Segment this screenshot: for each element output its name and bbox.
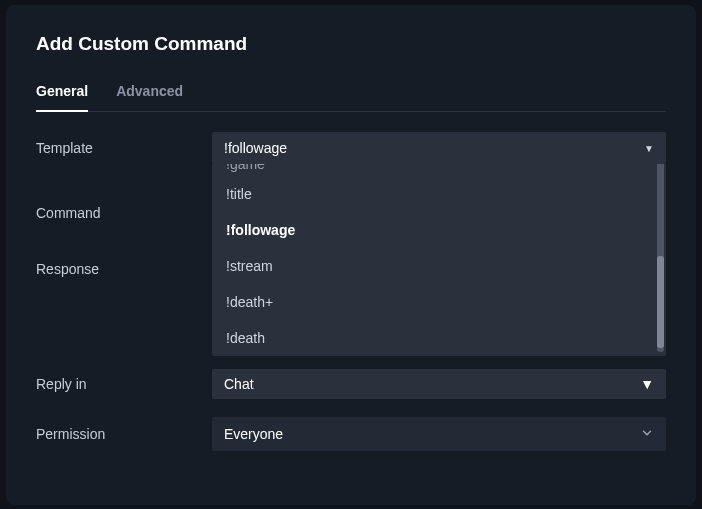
row-permission: Permission Everyone <box>36 417 666 451</box>
caret-down-icon: ▼ <box>640 376 654 392</box>
label-template: Template <box>36 132 212 156</box>
permission-select[interactable]: Everyone <box>212 417 666 451</box>
template-option-followage[interactable]: !followage <box>212 212 666 248</box>
row-reply-in: Reply in Chat ▼ <box>36 369 666 399</box>
tabs: General Advanced <box>36 83 666 112</box>
label-reply-in: Reply in <box>36 376 212 392</box>
template-option-stream[interactable]: !stream <box>212 248 666 284</box>
chevron-down-icon <box>640 426 654 443</box>
tab-general[interactable]: General <box>36 83 88 111</box>
label-permission: Permission <box>36 426 212 442</box>
permission-selected-value: Everyone <box>224 426 283 442</box>
template-selected-value: !followage <box>224 140 287 156</box>
label-response: Response <box>36 253 212 277</box>
reply-in-select[interactable]: Chat ▼ <box>212 369 666 399</box>
caret-down-icon: ▼ <box>644 143 654 154</box>
template-option-death[interactable]: !death <box>212 320 666 356</box>
dropdown-scrollbar-thumb[interactable] <box>657 256 664 348</box>
template-option-title[interactable]: !title <box>212 176 666 212</box>
tab-advanced[interactable]: Advanced <box>116 83 183 111</box>
add-custom-command-modal: Add Custom Command General Advanced Temp… <box>6 5 696 505</box>
label-command: Command <box>36 197 212 221</box>
field-template: !followage ▼ !game !title !followage !st… <box>212 132 666 164</box>
field-permission: Everyone <box>212 417 666 451</box>
reply-in-selected-value: Chat <box>224 376 254 392</box>
template-select[interactable]: !followage ▼ <box>212 132 666 164</box>
template-dropdown-list: !game !title !followage !stream !death+ … <box>212 164 666 356</box>
template-option-deathplus[interactable]: !death+ <box>212 284 666 320</box>
template-dropdown: !game !title !followage !stream !death+ … <box>212 164 666 356</box>
modal-title: Add Custom Command <box>36 33 666 55</box>
row-template: Template !followage ▼ !game !title !foll… <box>36 132 666 164</box>
template-option-game[interactable]: !game <box>212 164 666 176</box>
